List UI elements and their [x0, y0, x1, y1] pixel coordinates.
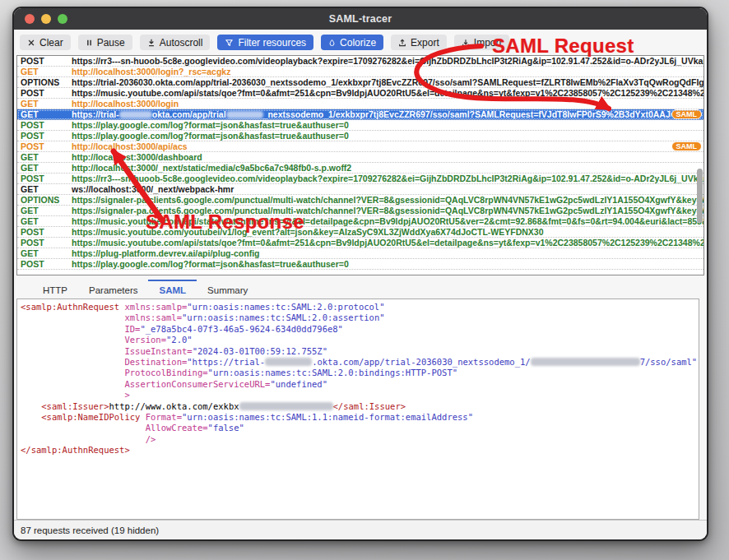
xml-tag: </samlp:AuthnRequest> — [21, 445, 130, 455]
request-method: GET — [21, 216, 72, 226]
xml-line: <samlp:AuthnRequest xmlns:samlp="urn:oas… — [21, 302, 695, 312]
button-label: Filter resources — [238, 37, 306, 49]
xml-attr: IssueInstant= — [124, 346, 192, 356]
request-method: GET — [21, 206, 72, 215]
request-method: GET — [21, 163, 72, 173]
request-row[interactable]: POSThttps://rr3---sn-huoob-5c8e.googlevi… — [17, 174, 703, 184]
status-text: 87 requests received (19 hidden) — [21, 525, 159, 535]
tab-http[interactable]: HTTP — [32, 280, 78, 299]
request-row[interactable]: GEThttps://music.youtube.com/api/stats/w… — [17, 216, 703, 227]
request-method: POST — [21, 120, 72, 130]
xml-line: AssertionConsumerServiceURL="undefined" — [21, 379, 695, 390]
request-list: POSThttps://rr3---sn-huoob-5c8e.googlevi… — [16, 55, 704, 275]
request-url: https://rr3---sn-huoob-5c8e.googlevideo.… — [72, 56, 703, 66]
close-button[interactable] — [25, 14, 35, 24]
request-url: https://rr3---sn-huoob-5c8e.googlevideo.… — [72, 174, 703, 183]
filter-resources-button[interactable]: Filter resources — [217, 35, 313, 50]
xml-attr: > — [124, 390, 129, 400]
colorize-button[interactable]: Colorize — [321, 35, 383, 50]
window-title: SAML-tracer — [329, 13, 392, 25]
request-row[interactable]: GEThttp://localhost:3000/login?_rsc=acgk… — [17, 67, 703, 77]
request-url: http://localhost:3000/login — [72, 99, 703, 109]
request-row[interactable]: POSThttps://music.youtube.com/youtubei/v… — [17, 227, 703, 238]
autoscroll-icon — [147, 39, 156, 47]
request-url: ws://localhost:3000/_next/webpack-hmr — [72, 184, 703, 194]
request-method: OPTIONS — [21, 195, 72, 205]
xml-attr: xmlns:samlp= — [124, 302, 187, 312]
request-row[interactable]: POSThttps://play.google.com/log?format=j… — [17, 259, 703, 270]
xml-line: ProtocolBinding="urn:oasis:names:tc:SAML… — [21, 368, 695, 378]
request-url: https://play.google.com/log?format=json&… — [72, 131, 703, 141]
xml-val: "2.0" — [166, 335, 193, 345]
request-url: http://localhost:3000/dashboard — [72, 152, 703, 162]
status-bar: 87 requests received (19 hidden) — [14, 520, 707, 539]
xml-line: </samlp:AuthnRequest> — [21, 445, 695, 456]
request-url: https://play.google.com/log?format=json&… — [72, 259, 703, 269]
detail-tabs: HTTPParametersSAMLSummary — [14, 280, 707, 299]
xml-line: > — [21, 390, 695, 400]
title-bar[interactable]: SAML-tracer — [14, 8, 707, 30]
xml-val: "undefined" — [270, 379, 327, 389]
tab-saml[interactable]: SAML — [148, 280, 197, 299]
xml-line: Version="2.0" — [21, 335, 695, 345]
minimize-button[interactable] — [41, 14, 51, 24]
button-label: Clear — [39, 37, 63, 49]
request-row[interactable]: POSThttps://play.google.com/log?format=j… — [17, 120, 703, 131]
request-row[interactable]: GEThttps://signaler-pa.clients6.google.c… — [17, 206, 703, 216]
xml-line: xmlns:saml="urn:oasis:names:tc:SAML:2.0:… — [21, 312, 695, 323]
zoom-button[interactable] — [58, 14, 67, 24]
saml-badge: SAML — [671, 109, 703, 119]
xml-tag: <samlp:AuthnRequest — [21, 302, 119, 312]
request-row[interactable]: GETws://localhost:3000/_next/webpack-hmr — [17, 184, 703, 195]
request-method: GET — [21, 67, 72, 76]
request-url: https://music.youtube.com/api/stats/qoe?… — [72, 238, 703, 248]
pause-button[interactable]: Pause — [78, 35, 132, 50]
xml-attr: /> — [146, 434, 156, 444]
request-row[interactable]: OPTIONShttps://signaler-pa.clients6.goog… — [17, 195, 703, 206]
request-url: https://play.google.com/log?format=json&… — [72, 120, 703, 130]
xml-val: .okta.com/app/trial-2036030_nextssodemo_… — [312, 357, 531, 367]
xml-val: 7/sso/saml" — [640, 357, 698, 367]
request-row[interactable]: POSThttps://music.youtube.com/api/stats/… — [17, 238, 703, 248]
request-method: GET — [21, 248, 72, 258]
request-method: GET — [21, 109, 72, 119]
x-icon — [27, 39, 35, 47]
request-row[interactable]: GEThttp://localhost:3000/login — [17, 99, 703, 109]
request-url: https://signaler-pa.clients6.google.com/… — [72, 206, 703, 215]
funnel-icon — [225, 39, 234, 47]
request-row-selected[interactable]: GEThttps://trial-okta.com/app/trial_next… — [17, 109, 703, 120]
xml-val: "urn:oasis:names:tc:SAML:1.1:nameid-form… — [182, 412, 473, 422]
request-row[interactable]: POSThttps://music.youtube.com/api/stats/… — [17, 88, 703, 99]
import-icon — [462, 39, 470, 47]
request-method: POST — [21, 238, 72, 248]
tab-summary[interactable]: Summary — [197, 280, 258, 299]
request-row[interactable]: GEThttp://localhost:3000/_next/static/me… — [17, 163, 703, 174]
pause-icon — [86, 39, 93, 47]
tab-parameters[interactable]: Parameters — [78, 280, 148, 299]
autoscroll-button[interactable]: Autoscroll — [140, 35, 211, 50]
request-row[interactable]: OPTIONShttps://trial-2036030.okta.com/ap… — [17, 77, 703, 88]
request-row[interactable]: POSThttps://rr3---sn-huoob-5c8e.googlevi… — [17, 56, 703, 67]
request-method: POST — [21, 88, 72, 98]
request-method: OPTIONS — [21, 77, 72, 87]
request-method: POST — [21, 227, 72, 237]
request-url: https://trial-2036030.okta.com/app/trial… — [72, 77, 703, 87]
xml-val: "urn:oasis:names:tc:SAML:2.0:bindings:HT… — [208, 368, 457, 377]
button-label: Autoscroll — [160, 37, 203, 49]
clear-button[interactable]: Clear — [20, 35, 71, 50]
saml-xml-panel: <samlp:AuthnRequest xmlns:samlp="urn:oas… — [16, 299, 699, 520]
xml-attr: AllowCreate= — [146, 423, 208, 433]
request-row[interactable]: GEThttp://localhost:3000/dashboard — [17, 152, 703, 163]
request-row[interactable]: GEThttps://plug-platform.devrev.ai/api/p… — [17, 248, 703, 259]
import-button[interactable]: Import — [454, 35, 509, 50]
request-url: https://music.youtube.com/api/stats/qoe?… — [72, 88, 703, 98]
request-row[interactable]: POSThttp://localhost:3000/api/acsSAML — [17, 141, 703, 152]
export-icon — [398, 39, 406, 47]
export-button[interactable]: Export — [391, 35, 447, 50]
xml-attr: AssertionConsumerServiceURL= — [124, 379, 270, 389]
xml-val: "https://trial- — [187, 357, 265, 367]
request-row[interactable]: POSThttps://play.google.com/log?format=j… — [17, 131, 703, 141]
request-list-scrollbar[interactable] — [697, 169, 703, 223]
xml-tag: </saml:Issuer> — [333, 401, 406, 411]
request-method: GET — [21, 152, 72, 162]
